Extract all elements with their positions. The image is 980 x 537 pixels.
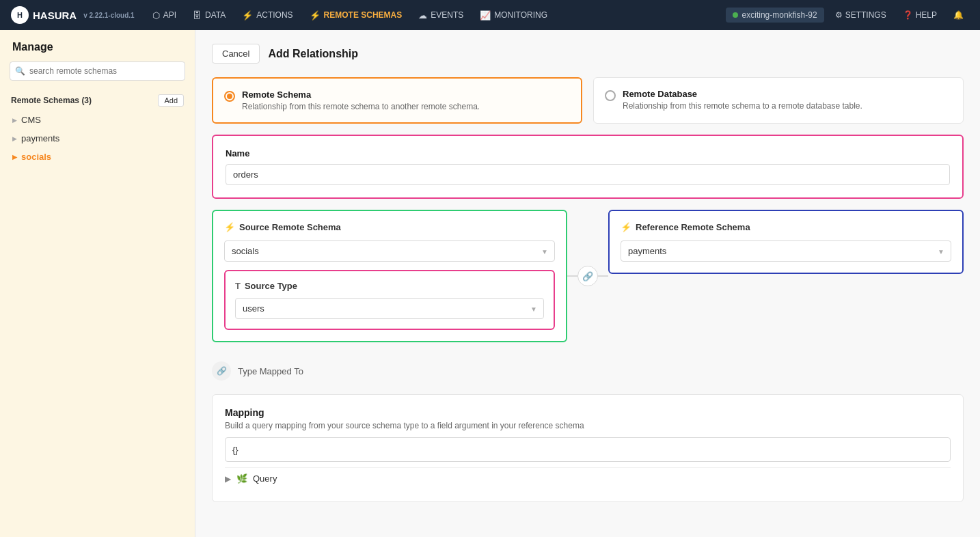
radio-option-title: Remote Database xyxy=(623,89,862,99)
sidebar-item-label: socials xyxy=(21,152,51,162)
remote-schemas-icon: ⚡ xyxy=(310,10,321,20)
sidebar-search-container: 🔍 xyxy=(10,61,185,81)
source-schema-title: Source Remote Schema xyxy=(239,222,341,232)
source-schema-select[interactable]: socials payments CMS xyxy=(224,240,555,262)
source-schema-box: ⚡ Source Remote Schema socials payments … xyxy=(212,210,567,342)
sidebar-item-label: payments xyxy=(21,133,59,143)
nav-monitoring[interactable]: 📈 MONITORING xyxy=(473,6,554,25)
radio-option-remote-schema[interactable]: Remote Schema Relationship from this rem… xyxy=(212,77,582,124)
sidebar-section-header: Remote Schemas (3) Add xyxy=(0,90,195,111)
source-type-title: Source Type xyxy=(245,281,297,291)
instance-name: exciting-monkfish-92 xyxy=(742,10,817,20)
connector: 🔗 xyxy=(567,266,608,286)
type-mapped-section: 🔗 Type Mapped To xyxy=(212,353,964,389)
instance-selector[interactable]: exciting-monkfish-92 xyxy=(726,8,824,23)
search-input[interactable] xyxy=(10,61,185,81)
type-mapped-label: Type Mapped To xyxy=(238,366,303,376)
events-icon: ☁ xyxy=(418,10,427,20)
page-header: Cancel Add Relationship xyxy=(212,44,964,64)
sidebar-item-socials[interactable]: ▶ socials xyxy=(0,148,195,166)
api-icon: ⬡ xyxy=(152,10,160,20)
mapping-title: Mapping xyxy=(225,407,951,418)
relationship-type-options: Remote Schema Relationship from this rem… xyxy=(212,77,964,124)
nav-actions[interactable]: ⚡ ACTIONS xyxy=(235,6,299,25)
chevron-icon: ▶ xyxy=(12,117,17,124)
nav-api[interactable]: ⬡ API xyxy=(146,6,183,25)
radio-option-content: Remote Schema Relationship from this rem… xyxy=(242,90,480,111)
type-mapped-icon: 🔗 xyxy=(212,361,231,381)
chevron-icon: ▶ xyxy=(12,135,17,142)
main-content: Cancel Add Relationship Remote Schema Re… xyxy=(195,30,980,537)
logo-text: HASURA xyxy=(33,10,77,21)
monitoring-icon: 📈 xyxy=(480,10,491,20)
radio-remote-database[interactable] xyxy=(605,90,616,101)
logo-icon: H xyxy=(11,6,29,24)
source-schema-icon: ⚡ xyxy=(224,222,235,232)
remote-schemas-count-label: Remote Schemas (3) xyxy=(11,96,92,105)
radio-option-desc: Relationship from this remote schema to … xyxy=(623,101,862,111)
source-type-select-wrapper: users orders products ▼ xyxy=(235,298,544,319)
settings-icon: ⚙ xyxy=(835,10,843,20)
page-title: Add Relationship xyxy=(268,48,358,60)
reference-schema-title: Reference Remote Schema xyxy=(636,222,750,232)
bell-icon: 🔔 xyxy=(953,10,964,20)
query-tree-icon: 🌿 xyxy=(236,473,247,484)
radio-option-desc: Relationship from this remote schema to … xyxy=(242,102,480,111)
topnav-right: exciting-monkfish-92 ⚙ SETTINGS ❓ HELP 🔔 xyxy=(726,6,969,24)
name-input[interactable] xyxy=(226,164,950,185)
radio-option-title: Remote Schema xyxy=(242,90,480,100)
notifications-button[interactable]: 🔔 xyxy=(948,6,969,24)
help-button[interactable]: ❓ HELP xyxy=(897,6,942,24)
help-icon: ❓ xyxy=(903,10,913,20)
radio-option-content: Remote Database Relationship from this r… xyxy=(623,89,862,111)
schema-row: ⚡ Source Remote Schema socials payments … xyxy=(212,210,964,342)
radio-remote-schema[interactable] xyxy=(224,91,235,102)
radio-option-remote-database[interactable]: Remote Database Relationship from this r… xyxy=(593,77,964,124)
source-type-select[interactable]: users orders products xyxy=(235,298,544,319)
chevron-icon: ▶ xyxy=(12,154,17,161)
link-icon: 🔗 xyxy=(577,266,598,286)
data-icon: 🗄 xyxy=(193,10,202,20)
sidebar-item-payments[interactable]: ▶ payments xyxy=(0,129,195,148)
reference-schema-icon: ⚡ xyxy=(621,222,631,232)
chevron-right-icon: ▶ xyxy=(225,474,231,484)
nav-remote-schemas[interactable]: ⚡ REMOTE SCHEMAS xyxy=(303,6,409,25)
source-schema-select-wrapper: socials payments CMS ▼ xyxy=(224,240,555,262)
topnav: H HASURA v 2.22.1-cloud.1 ⬡ API 🗄 DATA ⚡… xyxy=(0,0,980,30)
sidebar-item-label: CMS xyxy=(21,115,41,125)
source-type-header: T Source Type xyxy=(235,281,544,291)
mapping-input[interactable] xyxy=(225,437,951,462)
instance-status-dot xyxy=(733,12,738,18)
query-section[interactable]: ▶ 🌿 Query xyxy=(225,467,951,489)
reference-schema-header: ⚡ Reference Remote Schema xyxy=(621,222,951,232)
app-version: v 2.22.1-cloud.1 xyxy=(83,12,134,19)
nav-data[interactable]: 🗄 DATA xyxy=(186,6,232,25)
sidebar: Manage 🔍 Remote Schemas (3) Add ▶ CMS ▶ … xyxy=(0,30,195,537)
actions-icon: ⚡ xyxy=(242,10,253,20)
cancel-button[interactable]: Cancel xyxy=(212,44,260,64)
source-type-icon: T xyxy=(235,281,241,291)
settings-button[interactable]: ⚙ SETTINGS xyxy=(830,6,892,24)
reference-schema-select[interactable]: payments socials CMS xyxy=(621,240,951,262)
layout: Manage 🔍 Remote Schemas (3) Add ▶ CMS ▶ … xyxy=(0,30,980,537)
sidebar-manage-label: Manage xyxy=(0,30,195,61)
mapping-card: Mapping Build a query mapping from your … xyxy=(212,394,964,502)
source-schema-header: ⚡ Source Remote Schema xyxy=(224,222,555,232)
add-remote-schema-button[interactable]: Add xyxy=(158,94,184,107)
name-card: Name xyxy=(212,135,964,199)
nav-events[interactable]: ☁ EVENTS xyxy=(411,6,470,25)
name-label: Name xyxy=(226,148,950,159)
search-icon: 🔍 xyxy=(15,66,25,76)
query-label: Query xyxy=(253,473,277,484)
reference-schema-box: ⚡ Reference Remote Schema payments socia… xyxy=(608,210,964,274)
app-logo[interactable]: H HASURA v 2.22.1-cloud.1 xyxy=(11,6,135,24)
source-type-section: T Source Type users orders products ▼ xyxy=(224,270,555,330)
mapping-description: Build a query mapping from your source s… xyxy=(225,421,951,430)
sidebar-item-cms[interactable]: ▶ CMS xyxy=(0,111,195,129)
reference-schema-select-wrapper: payments socials CMS ▼ xyxy=(621,240,951,262)
